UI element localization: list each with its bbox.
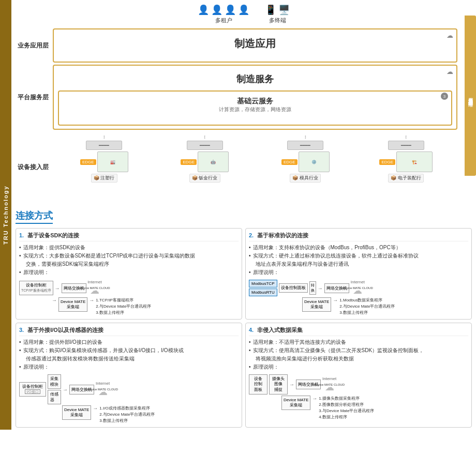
diag-2-panel: 设备控制面板	[279, 283, 308, 293]
cloud-icon-1: ☁	[447, 32, 453, 39]
layers-area: 业务应用层 ☁ 制造应用 平台服务层 ☁ 制造服务 3	[16, 27, 472, 203]
connect-box-4: 4. 非侵入式数据采集 •适用对象：不适用于其他连接方式的设备 •实现方式：使用…	[245, 323, 472, 428]
diagram-4-row2: Device MATE采集端 → 1.摄像头数据采集程序2.图像数据分析处理程序…	[249, 396, 468, 420]
base-cloud-box: 3 基础云服务 计算资源，存储资源，网络资源	[58, 90, 452, 126]
connect-section-title: 连接方式	[16, 209, 53, 224]
top-icons-row: 👤 👤 👤 👤 多租户 📱 🖥️ 多终端	[16, 4, 472, 24]
edge-industry-4: 📦 电子装配行	[388, 174, 424, 183]
diag-3-io-sensors: 采集模块 传感器	[48, 374, 61, 404]
platform-service-label: 平台服务层	[16, 64, 52, 131]
network-switch-3: ━━━━	[287, 141, 323, 150]
network-switch-2: ━━━━	[187, 141, 223, 150]
connect-box-1-num: 1.	[19, 232, 24, 238]
network-switch-1: ━━━━	[86, 141, 122, 150]
edge-device-3: ⚙️	[299, 151, 330, 172]
diagram-4: 设备控制面板 摄像头图像捕捉 → 网络交换机 Internet ☁ Device…	[249, 374, 468, 395]
person-icon-2: 👤	[211, 4, 222, 16]
diag-4-camera: 摄像头图像捕捉	[269, 374, 288, 395]
connect-box-4-title: 4. 非侵入式数据采集	[249, 326, 468, 336]
diag-4-panel: 设备控制面板	[249, 374, 267, 395]
diagram-1-row2: → Device MATE采集端 → 1.TCP/IP客服端程序2.与Devic…	[19, 297, 239, 316]
connect-section: 连接方式 1. 基于设备SDK的连接 •适用对象：提供SDK的设备 •实现方式：…	[11, 205, 476, 430]
device-access-label: 设备接入层	[16, 163, 52, 172]
diag-1-control: 设备控制柜TCP/IP服务端程序	[19, 281, 53, 296]
diagram-2: ModbusTCP ModbusRTU 设备控制面板 转换 → 网络交换机 In…	[249, 280, 468, 296]
edge-group-4: ↕ ━━━━ EDGE 🏗️ 📦 电子装	[357, 134, 456, 183]
business-app-row: 业务应用层 ☁ 制造应用	[16, 27, 458, 64]
connect-box-3-num: 3.	[19, 327, 24, 333]
sidebar-label: TRU Technology	[0, 0, 11, 430]
diag-3-sensor: 传感器	[48, 390, 61, 404]
platform-service-title: 制造服务	[54, 66, 456, 87]
arrow-down-2: ↕	[203, 134, 206, 140]
cloud-icon-2: ☁	[447, 68, 453, 75]
diag-2-internet-cloud: Internet ☁ Device MATE CLOUD	[351, 280, 365, 296]
diag-4-collector: Device MATE采集端	[281, 396, 310, 410]
diag-2-modbus-rtu: ModbusRTU	[249, 289, 277, 296]
network-switch-4: ━━━━	[388, 141, 424, 150]
edge-device-1: 🏭	[97, 151, 128, 172]
connect-grid: 1. 基于设备SDK的连接 •适用对象：提供SDK的设备 •实现方式：大多数设备…	[16, 228, 472, 428]
edge-device-4: 🏗️	[396, 151, 433, 172]
edge-industry-1: 📦 注塑行	[91, 174, 117, 183]
base-cloud-title: 基础云服务	[62, 95, 448, 106]
multi-tenant-label: 多租户	[215, 17, 232, 24]
diag-3-io-module: 采集模块	[48, 374, 61, 389]
diag-3-panel: 设备控制柜I/O接口	[19, 382, 46, 397]
diag-3-collector: Device MATE采集端	[62, 405, 91, 420]
multi-terminal-label: 多终端	[269, 17, 286, 24]
device-access-row: 设备接入层 ↕ ━━━━ EDGE	[16, 131, 458, 203]
diag-2-converter: 转换	[309, 281, 316, 295]
diag-3-internet-cloud: Internet ☁ Device MATE CLOUD	[96, 381, 110, 398]
diag-4-list: 1.摄像头数据采集程序2.图像数据分析处理程序3.与Device Mate平台通…	[319, 396, 374, 420]
connect-box-2-bullets: •适用对象：支持标准协议的设备（ModBus，ProfiBus，OPC等） •实…	[249, 244, 468, 277]
edge-groups-container: ↕ ━━━━ EDGE 🏭 📦 注塑行	[53, 132, 457, 202]
base-cloud-subtitle: 计算资源，存储资源，网络资源	[62, 106, 448, 113]
diag-2-protocols: ModbusTCP ModbusRTU	[249, 280, 277, 296]
connect-box-4-bullets: •适用对象：不适用于其他连接方式的设备 •实现方式：使用高清工业摄像头（提供二次…	[249, 338, 468, 371]
arrow-down-3: ↕	[304, 134, 307, 140]
diag-1-arrow1: →	[55, 285, 60, 291]
edge-label-3: EDGE	[281, 159, 298, 165]
edge-group-3: ↕ ━━━━ EDGE ⚙️ 📦 模具行业	[256, 134, 355, 183]
connect-box-4-num: 4.	[249, 327, 254, 333]
diag-1-collector: Device MATE采集端	[58, 297, 87, 312]
phone-icon: 📱	[265, 4, 276, 16]
platform-service-row: 平台服务层 ☁ 制造服务 3 基础云服务 计算资源，存储资源，网络资源	[16, 64, 458, 131]
edge-label-1: EDGE	[80, 159, 96, 165]
business-app-label: 业务应用层	[16, 27, 52, 64]
connect-box-3-bullets: •适用对象：提供外部I/O接口的设备 •实现方式：购买I/O采集模块或传感器，并…	[19, 338, 239, 371]
multi-tenant-group: 👤 👤 👤 👤 多租户	[198, 4, 249, 24]
diag-2-list: 1.Modbus数据采集程序2.与Device Mate平台通讯程序3.数据上传…	[339, 297, 395, 316]
edge-industry-3: 📦 模具行业	[290, 174, 321, 183]
connect-box-2-title: 2. 基于标准协议的连接	[249, 232, 468, 241]
diagram-3: 设备控制柜I/O接口 采集模块 传感器 → 网络交换机 Internet ☁ D…	[19, 374, 239, 404]
edge-industry-2: 📦 钣金行业	[189, 174, 220, 183]
person-icon-1: 👤	[198, 4, 209, 16]
diag-1-internet-cloud: Internet ☁ Device MATE CLOUD	[88, 280, 102, 296]
diag-1-list: 1.TCP/IP客服端程序2.与Device Mate平台通讯程序3.数据上传程…	[96, 297, 151, 316]
business-app-title: 制造应用	[54, 29, 456, 53]
diag-4-cloud: ☁ Device MATE CLOUD	[325, 382, 334, 393]
edge-group-1: ↕ ━━━━ EDGE 🏭 📦 注塑行	[55, 134, 154, 183]
arrow-down-4: ↕	[405, 134, 407, 140]
diagram-2-row2: Device MATE采集端 → 1.Modbus数据采集程序2.与Device…	[249, 297, 468, 316]
edge-group-2: ↕ ━━━━ EDGE 🤖 📦 钣金行业	[156, 134, 255, 183]
multi-terminal-group: 📱 🖥️ 多终端	[265, 4, 290, 24]
diagram-1: 设备控制柜TCP/IP服务端程序 → 网络交换机 Internet ☁ Devi…	[19, 280, 239, 296]
diagram-3-row2: Device MATE采集端 → 1.I/O或传感器数据采集程序2.与Devic…	[19, 405, 239, 424]
diag-4-internet-cloud: Internet ☁ Device MATE CLOUD	[322, 376, 336, 393]
diag-3-cloud: ☁ Device MATE CLOUD	[98, 386, 108, 398]
connect-box-3: 3. 基于外接I/O以及传感器的连接 •适用对象：提供外部I/O接口的设备 •实…	[16, 323, 242, 428]
edge-label-2: EDGE	[181, 159, 197, 165]
arrow-down-1: ↕	[103, 134, 106, 140]
diag-2-cloud: ☁ Device MATE CLOUD	[353, 285, 362, 296]
diag-3-list: 1.I/O或传感器数据采集程序2.与Device Mate平台通讯程序3.数据上…	[99, 405, 155, 424]
edge-device-2: 🤖	[198, 151, 229, 172]
diag-2-collector: Device MATE采集端	[302, 297, 331, 312]
person-icon-4: 👤	[238, 4, 249, 16]
right-market-label: 应用市场及系统运维	[465, 16, 476, 176]
connect-box-1-title: 1. 基于设备SDK的连接	[19, 232, 239, 241]
edge-label-4: EDGE	[379, 159, 395, 165]
person-icon-3: 👤	[225, 4, 236, 16]
